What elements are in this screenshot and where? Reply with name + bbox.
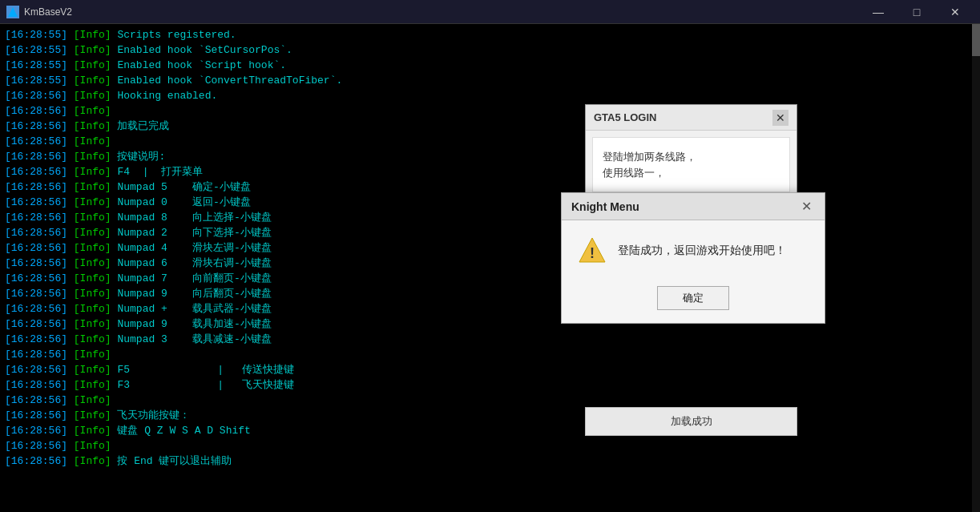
- console-line: [16:28:56] [Info]: [5, 347, 975, 362]
- console-line: [16:28:56] [Info] F5 | 传送快捷键: [5, 362, 975, 377]
- console-line: [16:28:56] [Info] F4 | 打开菜单: [5, 164, 975, 179]
- log-text: 加载已完成: [111, 120, 170, 132]
- gta5-dialog-titlebar: GTA5 LOGIN ✕: [586, 105, 797, 131]
- timestamp: [16:28:56]: [5, 181, 67, 193]
- timestamp: [16:28:56]: [5, 409, 67, 421]
- info-tag: [Info]: [67, 212, 111, 224]
- console-line: [16:28:56] [Info] Numpad 9 载具加速-小键盘: [5, 316, 975, 332]
- log-text: Numpad 9 向后翻页-小键盘: [111, 288, 272, 300]
- console-line: [16:28:56] [Info] Numpad 6 滑块右调-小键盘: [5, 256, 975, 271]
- timestamp: [16:28:56]: [5, 90, 67, 102]
- timestamp: [16:28:56]: [5, 120, 67, 132]
- console-line: [16:28:56] [Info] Numpad 0 返回-小键盘: [5, 195, 975, 210]
- svg-text:!: !: [590, 245, 595, 261]
- timestamp: [16:28:56]: [5, 379, 67, 391]
- timestamp: [16:28:56]: [5, 151, 67, 163]
- timestamp: [16:28:56]: [5, 440, 67, 452]
- gta5-dialog-title: GTA5 LOGIN: [594, 111, 656, 123]
- console-line: [16:28:56] [Info] 按键说明:: [5, 149, 975, 164]
- info-tag: [Info]: [67, 135, 111, 147]
- info-tag: [Info]: [67, 257, 111, 269]
- timestamp: [16:28:56]: [5, 318, 67, 330]
- timestamp: [16:28:56]: [5, 303, 67, 315]
- info-tag: [Info]: [67, 181, 111, 193]
- gta5-content-line1: 登陆增加两条线路，: [603, 149, 780, 165]
- log-text: Numpad + 载具武器-小键盘: [111, 303, 272, 315]
- console-line: [16:28:56] [Info] Hooking enabled.: [5, 88, 975, 103]
- gta5-dialog-content: 登陆增加两条线路， 使用线路一，: [592, 137, 790, 192]
- info-tag: [Info]: [67, 272, 111, 284]
- console-line: [16:28:56] [Info] 加载已完成: [5, 119, 975, 134]
- log-text: Numpad 9 载具加速-小键盘: [111, 318, 272, 330]
- info-tag: [Info]: [67, 333, 111, 345]
- info-tag: [Info]: [67, 90, 111, 102]
- log-text: Numpad 5 确定-小键盘: [111, 181, 251, 193]
- log-text: Scripts registered.: [111, 29, 236, 41]
- app-title: KmBaseV2: [24, 6, 72, 18]
- knight-menu-dialog: Knight Menu ✕ ! 登陆成功，返回游戏开始使用吧！ 确定: [561, 192, 825, 324]
- info-tag: [Info]: [67, 288, 111, 300]
- knight-dialog-title: Knight Menu: [571, 200, 639, 213]
- log-text: 键盘 Q Z W S A D Shift: [111, 425, 251, 437]
- info-tag: [Info]: [67, 379, 111, 391]
- info-tag: [Info]: [67, 349, 111, 361]
- console-line: [16:28:56] [Info] Numpad 3 载具减速-小键盘: [5, 332, 975, 347]
- timestamp: [16:28:55]: [5, 59, 67, 71]
- console-line: [16:28:56] [Info] Numpad 2 向下选择-小键盘: [5, 225, 975, 240]
- log-text: 按键说明:: [111, 151, 166, 163]
- log-text: Numpad 3 载具减速-小键盘: [111, 333, 272, 345]
- console-line: [16:28:56] [Info]: [5, 393, 975, 408]
- timestamp: [16:28:56]: [5, 455, 67, 467]
- close-button[interactable]: ✕: [937, 0, 974, 24]
- info-tag: [Info]: [67, 151, 111, 163]
- log-text: Numpad 0 返回-小键盘: [111, 196, 251, 208]
- console-line: [16:28:56] [Info] Numpad 5 确定-小键盘: [5, 179, 975, 195]
- scrollbar[interactable]: [972, 24, 980, 512]
- minimize-button[interactable]: —: [860, 0, 897, 24]
- maximize-button[interactable]: □: [898, 0, 935, 24]
- info-tag: [Info]: [67, 455, 111, 467]
- log-text: Numpad 7 向前翻页-小键盘: [111, 272, 272, 284]
- console-line: [16:28:55] [Info] Enabled hook `SetCurso…: [5, 42, 975, 58]
- gta5-content-line2: 使用线路一，: [603, 165, 780, 181]
- timestamp: [16:28:56]: [5, 349, 67, 361]
- app-icon: [6, 6, 19, 18]
- info-tag: [Info]: [67, 120, 111, 132]
- console-line: [16:28:56] [Info]: [5, 103, 975, 119]
- log-text: Numpad 6 滑块右调-小键盘: [111, 257, 272, 269]
- info-tag: [Info]: [67, 29, 111, 41]
- log-text: F5 | 传送快捷键: [111, 364, 295, 376]
- console-line: [16:28:55] [Info] Enabled hook `Script h…: [5, 58, 975, 73]
- log-text: 飞天功能按键：: [111, 409, 191, 421]
- console-line: [16:28:56] [Info] Numpad 4 滑块左调-小键盘: [5, 240, 975, 256]
- log-text: Numpad 2 向下选择-小键盘: [111, 227, 272, 239]
- timestamp: [16:28:56]: [5, 242, 67, 254]
- knight-message: 登陆成功，返回游戏开始使用吧！: [618, 244, 786, 258]
- info-tag: [Info]: [67, 166, 111, 178]
- gta5-dialog-close-button[interactable]: ✕: [772, 110, 788, 126]
- scrollbar-thumb[interactable]: [972, 24, 980, 56]
- console-line: [16:28:56] [Info]: [5, 438, 975, 454]
- console-line: [16:28:56] [Info] Numpad 8 向上选择-小键盘: [5, 210, 975, 225]
- log-text: 按 End 键可以退出辅助: [111, 455, 232, 467]
- info-tag: [Info]: [67, 318, 111, 330]
- console-line: [16:28:55] [Info] Scripts registered.: [5, 27, 975, 42]
- info-tag: [Info]: [67, 242, 111, 254]
- load-success-label: 加载成功: [671, 414, 712, 429]
- info-tag: [Info]: [67, 394, 111, 406]
- info-tag: [Info]: [67, 425, 111, 437]
- console-line: [16:28:56] [Info] 飞天功能按键：: [5, 408, 975, 423]
- knight-dialog-close-button[interactable]: ✕: [797, 198, 815, 216]
- timestamp: [16:28:56]: [5, 364, 67, 376]
- title-bar-left: KmBaseV2: [6, 6, 72, 18]
- console-line: [16:28:56] [Info]: [5, 134, 975, 149]
- console-line: [16:28:56] [Info] 按 End 键可以退出辅助: [5, 454, 975, 469]
- confirm-button[interactable]: 确定: [657, 286, 729, 310]
- timestamp: [16:28:56]: [5, 166, 67, 178]
- console-line: [16:28:56] [Info] Numpad + 载具武器-小键盘: [5, 301, 975, 316]
- timestamp: [16:28:56]: [5, 425, 67, 437]
- timestamp: [16:28:56]: [5, 288, 67, 300]
- window-controls: — □ ✕: [860, 0, 974, 24]
- load-success-bar: 加载成功: [585, 407, 797, 436]
- log-text: Enabled hook `ConvertThreadToFiber`.: [111, 75, 343, 87]
